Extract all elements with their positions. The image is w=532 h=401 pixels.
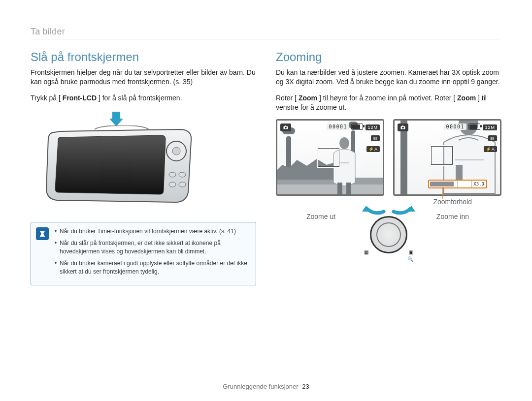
magnifier-icon: 🔍: [407, 256, 413, 262]
zoom-instruction-pre: Roter [: [276, 94, 297, 102]
svg-point-5: [169, 182, 176, 187]
lcd-mode-indicator: [398, 123, 408, 131]
res-chip: 12M: [366, 124, 380, 130]
camera-icon: [398, 123, 408, 131]
battery-icon: [351, 123, 363, 130]
instruction-front-lcd: Trykk på [ Front-LCD ] for å slå på fron…: [31, 93, 256, 103]
quality-chip: ▥: [488, 135, 497, 141]
arrow-down-icon: [109, 112, 123, 126]
lcd-previews: 00001 12M ▥ ⚡A: [276, 119, 501, 196]
footer: Grunnleggende funksjoner 23: [0, 383, 532, 390]
lcd-counter: 00001: [327, 123, 363, 130]
svg-marker-0: [109, 112, 123, 126]
label-zoomforhold: Zoomforhold: [433, 198, 472, 206]
lcd-mode-indicator: [280, 123, 291, 131]
heading-front-screen: Slå på frontskjermen: [31, 50, 256, 64]
thumb-out-icon: ▦: [364, 249, 368, 255]
svg-point-2: [172, 147, 180, 155]
camera-illustration: [31, 112, 218, 210]
svg-rect-8: [337, 183, 342, 194]
zoom-bold-1: Zoom: [299, 94, 317, 102]
instruction-pre: Trykk på [: [31, 94, 61, 102]
instruction-zoom: Roter [ Zoom ] til høyre for å zoome inn…: [276, 93, 501, 112]
svg-point-3: [169, 172, 176, 177]
heading-zooming: Zooming: [276, 50, 501, 64]
frame-counter: 00001: [444, 123, 466, 130]
front-lcd-label: Front-LCD: [63, 94, 97, 102]
svg-rect-12: [285, 125, 286, 126]
zoom-bar: X3.0: [428, 180, 487, 188]
lcd-counter: 00001: [444, 123, 480, 130]
thumb-in-icon: ▣: [409, 249, 413, 255]
flash-chip: ⚡A: [366, 146, 380, 152]
svg-point-4: [179, 172, 186, 177]
frame-counter: 00001: [327, 123, 349, 130]
page-number: 23: [302, 383, 309, 390]
instruction-post: ] for å slå på frontskjermen.: [99, 94, 182, 102]
focus-box: [317, 147, 340, 168]
flash-chip: ⚡A: [484, 146, 497, 152]
svg-point-6: [179, 182, 186, 187]
camera-icon: [280, 123, 291, 131]
quality-chip: ▥: [371, 135, 380, 141]
svg-point-7: [339, 137, 349, 149]
footer-section: Grunnleggende funksjoner: [223, 383, 298, 390]
zoom-dial-illustration: ▦ ▣ 🔍: [368, 213, 409, 254]
svg-rect-17: [402, 125, 403, 126]
label-zoom-in: Zoome inn: [436, 213, 469, 220]
lcd-preview-wide: 00001 12M ▥ ⚡A: [276, 119, 384, 196]
svg-rect-9: [346, 183, 351, 194]
svg-point-11: [285, 126, 287, 128]
zoom-bold-2: Zoom: [457, 94, 476, 102]
intro-zooming: Du kan ta nærbilder ved å justere zoomen…: [276, 68, 501, 87]
lcd-preview-zoomed: 00001 12M ▥ ⚡A X3.0: [393, 119, 501, 196]
column-zooming: Zooming Du kan ta nærbilder ved å juster…: [276, 50, 501, 285]
zoom-instruction-mid: ] til høyre for å zoome inn på motivet. …: [319, 94, 455, 102]
lcd-right-icons: 12M ▥ ⚡A: [483, 124, 497, 152]
svg-point-16: [402, 126, 404, 128]
note-item: Når du slår på frontskjermen, er det ikk…: [55, 239, 250, 256]
note-item: Når du bruker kameraet i godt opplyste e…: [55, 259, 250, 277]
label-zoom-out: Zoome ut: [306, 213, 335, 220]
intro-front-screen: Frontskjermen hjelper deg når du tar sel…: [31, 68, 256, 87]
note-icon: [36, 227, 49, 240]
res-chip: 12M: [483, 124, 497, 130]
divider: [31, 39, 501, 39]
zoom-value: X3.0: [472, 181, 485, 187]
lcd-right-icons: 12M ▥ ⚡A: [366, 124, 380, 152]
breadcrumb: Ta bilder: [31, 27, 501, 37]
zoom-labels: Zoomforhold Zoome ut Zoome inn: [276, 200, 501, 259]
battery-icon: [468, 123, 480, 130]
focus-box: [430, 145, 454, 166]
column-front-screen: Slå på frontskjermen Frontskjermen hjelp…: [31, 50, 256, 285]
note-item: Når du bruker Timer-funksjonen vil fornt…: [55, 227, 250, 236]
note-box: Når du bruker Timer-funksjonen vil fornt…: [31, 222, 256, 285]
